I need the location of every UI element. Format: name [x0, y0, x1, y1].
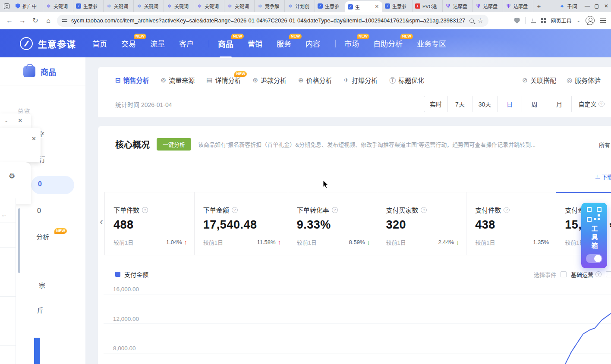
- basic-ops-checkbox[interactable]: [561, 271, 567, 277]
- tab-refund-analysis[interactable]: ⊛退款分析: [252, 75, 287, 85]
- tab-search-button[interactable]: [0, 0, 13, 12]
- download-link[interactable]: 下载: [595, 173, 611, 181]
- browser-tab[interactable]: Ψ达摩盘: [503, 0, 533, 12]
- up-down-chevron-icon[interactable]: ⌃ˇ: [1, 216, 6, 219]
- browser-tab[interactable]: ❄关键词: [224, 0, 255, 12]
- window-close-button[interactable]: ✕: [602, 3, 611, 9]
- browser-tab[interactable]: ∕生意参: [73, 0, 104, 12]
- help-icon[interactable]: ?: [232, 207, 238, 213]
- date-option-day[interactable]: 日: [497, 96, 522, 112]
- browser-tab[interactable]: ❄关键词: [164, 0, 194, 12]
- nav-item-marketing[interactable]: 营销: [248, 38, 262, 49]
- url-bar[interactable]: sycm.taobao.com/cc/item_archives?activeK…: [57, 15, 488, 27]
- nav-item-traffic[interactable]: 流量: [150, 38, 165, 49]
- qianwen-assistant-button[interactable]: ✦千问: [554, 0, 583, 12]
- tab-close-icon[interactable]: ✕: [374, 4, 380, 9]
- clipped-checkbox[interactable]: [606, 271, 611, 277]
- nav-item-market[interactable]: 市场NEW: [344, 38, 359, 49]
- browser-tab[interactable]: ❄竞争解: [255, 0, 285, 12]
- zoom-icon[interactable]: [469, 19, 474, 23]
- browser-tab[interactable]: TPVC透: [413, 0, 443, 12]
- nav-item-customer[interactable]: 客户: [179, 38, 194, 49]
- date-option-custom[interactable]: 自定义?: [571, 96, 611, 112]
- metric-card-conversion-rate[interactable]: 下单转化率? 9.33% 较前1日8.59%↓: [288, 192, 377, 255]
- date-option-30d[interactable]: 30天: [472, 96, 497, 112]
- window-minimize-button[interactable]: —: [583, 3, 592, 9]
- help-icon[interactable]: ?: [142, 207, 148, 213]
- floating-window[interactable]: ✕: [0, 128, 41, 162]
- all-terms-link[interactable]: 所有: [599, 141, 610, 149]
- tab-detail-analysis[interactable]: ▤详情分析NEW: [206, 75, 241, 85]
- metric-card-paid-items[interactable]: 支付件数? 438 较前1日1.35%: [466, 192, 556, 255]
- one-click-analyze-button[interactable]: 一键分析: [157, 138, 191, 151]
- new-tab-button[interactable]: +: [533, 0, 545, 12]
- help-icon[interactable]: ?: [598, 101, 605, 107]
- sidebar-item-fragment[interactable]: 0: [38, 180, 42, 188]
- forward-button[interactable]: →: [18, 17, 27, 25]
- tab-service-experience[interactable]: ◎服务体验: [567, 75, 601, 85]
- floating-list-panel[interactable]: ⌃ˇ: [0, 198, 16, 364]
- window-maximize-button[interactable]: ▢: [592, 3, 602, 9]
- help-icon[interactable]: ?: [504, 207, 510, 213]
- tab-sales-analysis[interactable]: ⊟销售分析: [115, 75, 149, 85]
- home-button[interactable]: ⌂: [44, 17, 53, 25]
- browser-tab[interactable]: ❄关键词: [43, 0, 73, 12]
- floating-window-titlebar[interactable]: ⌄ ✕: [0, 113, 31, 128]
- nav-item-service[interactable]: 服务NEW: [277, 38, 291, 49]
- date-option-realtime[interactable]: 实时: [424, 96, 447, 112]
- nav-item-content[interactable]: 内容: [306, 38, 320, 49]
- tab-price-analysis[interactable]: ⊕价格分析: [298, 75, 332, 85]
- sidebar-item-fragment[interactable]: 宗: [39, 280, 45, 289]
- nav-item-self-analysis[interactable]: 自助分析NEW: [373, 38, 403, 49]
- browser-tab[interactable]: ❄关键词: [194, 0, 224, 12]
- browser-tab[interactable]: 推广中: [13, 0, 43, 12]
- nav-item-business-zone[interactable]: 业务专区: [417, 38, 446, 49]
- browser-tab[interactable]: ❄关键词: [134, 0, 164, 12]
- browser-tab[interactable]: Ψ达摩盘: [473, 0, 503, 12]
- close-icon[interactable]: ✕: [18, 117, 22, 124]
- sidebar-item-fragment[interactable]: 0: [37, 207, 41, 215]
- close-icon[interactable]: ✕: [31, 135, 36, 142]
- tab-title-optimize[interactable]: Ⓣ标题优化: [389, 75, 424, 85]
- extension-icon[interactable]: [514, 18, 520, 24]
- browser-tab[interactable]: Ψ达摩盘: [443, 0, 473, 12]
- metric-card-order-items[interactable]: 下单件数? 488 较前1日1.04%↑: [105, 192, 194, 255]
- nav-item-product[interactable]: 商品NEW: [218, 38, 233, 49]
- metric-card-paid-buyers[interactable]: 支付买家数? 320 较前1日2.44%↓: [377, 192, 466, 255]
- toolbox-toggle[interactable]: [586, 254, 602, 263]
- payment-trend-chart[interactable]: 16,000.00 12,000.00 8,000.00: [104, 282, 611, 364]
- help-icon[interactable]: ?: [332, 207, 338, 213]
- site-info-icon[interactable]: [62, 19, 67, 23]
- help-icon[interactable]: ?: [595, 271, 602, 277]
- web-tools-grid-icon[interactable]: [541, 18, 546, 23]
- web-tools-label[interactable]: 网页工具: [551, 17, 572, 24]
- tab-explode-analysis[interactable]: ✈打爆分析: [344, 75, 378, 85]
- sidebar-item-fragment[interactable]: 分析: [36, 232, 49, 241]
- browser-tab[interactable]: ❄关键词: [104, 0, 134, 12]
- sidebar-item-fragment[interactable]: 斤: [37, 305, 44, 314]
- bookmark-star-icon[interactable]: ☆: [478, 17, 483, 25]
- sidebar-selected-item[interactable]: [31, 176, 74, 194]
- metrics-scroll-left-icon[interactable]: ‹: [100, 216, 103, 228]
- tab-related-match[interactable]: ⊘关联搭配: [522, 75, 556, 85]
- floating-settings-panel[interactable]: ⚙: [0, 162, 31, 204]
- date-option-7d[interactable]: 7天: [447, 96, 472, 112]
- back-button[interactable]: ←: [5, 17, 14, 25]
- gear-icon[interactable]: ⚙: [9, 172, 15, 181]
- browser-tab[interactable]: ∕生意参: [315, 0, 345, 12]
- browser-menu-icon[interactable]: [600, 19, 606, 23]
- nav-item-home[interactable]: 首页: [92, 38, 107, 49]
- browser-tab-active[interactable]: ∕生✕: [345, 1, 382, 12]
- profile-avatar[interactable]: [586, 16, 595, 25]
- date-option-month[interactable]: 月: [547, 96, 571, 112]
- reload-button[interactable]: ↻: [31, 16, 40, 25]
- date-option-week[interactable]: 周: [522, 96, 547, 112]
- help-icon[interactable]: ?: [421, 207, 427, 213]
- nav-item-trade[interactable]: 交易NEW: [121, 38, 136, 49]
- toolbox-widget[interactable]: 工具箱: [581, 203, 607, 268]
- sidebar-scrollbar[interactable]: [18, 208, 20, 273]
- tab-traffic-source[interactable]: ⊚流量来源: [161, 75, 195, 85]
- metric-card-order-amount[interactable]: 下单金额? 17,540.48 较前1日11.58%↑: [194, 192, 288, 255]
- browser-tab[interactable]: ∕生意参: [382, 0, 413, 12]
- collapse-chevron-icon[interactable]: ⌄: [4, 118, 8, 123]
